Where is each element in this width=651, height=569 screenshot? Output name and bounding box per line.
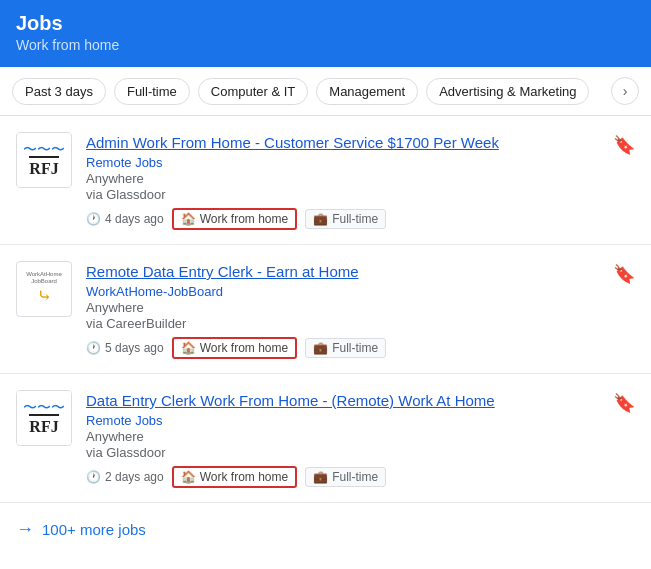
job-list: 〜〜〜 RFJ Admin Work From Home - Customer … — [0, 116, 651, 503]
filter-bar: Past 3 days Full-time Computer & IT Mana… — [0, 67, 651, 116]
job-company-1: Remote Jobs — [86, 155, 635, 170]
bookmark-button-3[interactable]: 🔖 — [609, 388, 639, 418]
filter-chip-computer[interactable]: Computer & IT — [198, 78, 309, 105]
house-icon: 🏠 — [181, 470, 196, 484]
more-jobs-label: 100+ more jobs — [42, 521, 146, 538]
work-from-home-tag-3: 🏠 Work from home — [172, 466, 297, 488]
job-tags-3: 🕐 2 days ago 🏠 Work from home 💼 Full-tim… — [86, 466, 635, 488]
job-source-3: via Glassdoor — [86, 445, 635, 460]
job-details: Remote Data Entry Clerk - Earn at Home W… — [86, 261, 635, 359]
briefcase-icon: 💼 — [313, 470, 328, 484]
fulltime-tag-1: 💼 Full-time — [305, 209, 386, 229]
clock-icon: 🕐 — [86, 341, 101, 355]
job-age-3: 🕐 2 days ago — [86, 470, 164, 484]
more-jobs-arrow-icon: → — [16, 519, 34, 540]
job-details: Data Entry Clerk Work From Home - (Remot… — [86, 390, 635, 488]
filter-scroll-right[interactable]: › — [611, 77, 639, 105]
filter-chip-management[interactable]: Management — [316, 78, 418, 105]
fulltime-tag-2: 💼 Full-time — [305, 338, 386, 358]
work-from-home-tag-1: 🏠 Work from home — [172, 208, 297, 230]
job-location-2: Anywhere — [86, 300, 635, 315]
table-row: 〜〜〜 RFJ Admin Work From Home - Customer … — [0, 116, 651, 245]
header-subtitle: Work from home — [16, 37, 635, 53]
job-source-1: via Glassdoor — [86, 187, 635, 202]
job-tags-1: 🕐 4 days ago 🏠 Work from home 💼 Full-tim… — [86, 208, 635, 230]
job-age-1: 🕐 4 days ago — [86, 212, 164, 226]
filter-chip-advertising[interactable]: Advertising & Marketing — [426, 78, 589, 105]
house-icon: 🏠 — [181, 212, 196, 226]
clock-icon: 🕐 — [86, 212, 101, 226]
job-company-3: Remote Jobs — [86, 413, 635, 428]
job-title-3[interactable]: Data Entry Clerk Work From Home - (Remot… — [86, 390, 635, 411]
bookmark-button-2[interactable]: 🔖 — [609, 259, 639, 289]
job-age-2: 🕐 5 days ago — [86, 341, 164, 355]
table-row: 〜〜〜 RFJ Data Entry Clerk Work From Home … — [0, 374, 651, 503]
house-icon: 🏠 — [181, 341, 196, 355]
page-title: Jobs — [16, 12, 635, 35]
filter-chip-fulltime[interactable]: Full-time — [114, 78, 190, 105]
work-from-home-tag-2: 🏠 Work from home — [172, 337, 297, 359]
more-jobs-link[interactable]: → 100+ more jobs — [0, 503, 651, 556]
company-logo-wah: WorkAtHomeJobBoard ⤷ — [16, 261, 72, 317]
bookmark-button-1[interactable]: 🔖 — [609, 130, 639, 160]
filter-chip-past3days[interactable]: Past 3 days — [12, 78, 106, 105]
job-location-3: Anywhere — [86, 429, 635, 444]
briefcase-icon: 💼 — [313, 341, 328, 355]
briefcase-icon: 💼 — [313, 212, 328, 226]
table-row: WorkAtHomeJobBoard ⤷ Remote Data Entry C… — [0, 245, 651, 374]
job-company-2: WorkAtHome-JobBoard — [86, 284, 635, 299]
fulltime-tag-3: 💼 Full-time — [305, 467, 386, 487]
job-tags-2: 🕐 5 days ago 🏠 Work from home 💼 Full-tim… — [86, 337, 635, 359]
company-logo-rfj-2: 〜〜〜 RFJ — [16, 390, 72, 446]
company-logo-rfj: 〜〜〜 RFJ — [16, 132, 72, 188]
header: Jobs Work from home — [0, 0, 651, 67]
job-details: Admin Work From Home - Customer Service … — [86, 132, 635, 230]
job-source-2: via CareerBuilder — [86, 316, 635, 331]
job-title-2[interactable]: Remote Data Entry Clerk - Earn at Home — [86, 261, 635, 282]
job-title-1[interactable]: Admin Work From Home - Customer Service … — [86, 132, 635, 153]
job-location-1: Anywhere — [86, 171, 635, 186]
clock-icon: 🕐 — [86, 470, 101, 484]
